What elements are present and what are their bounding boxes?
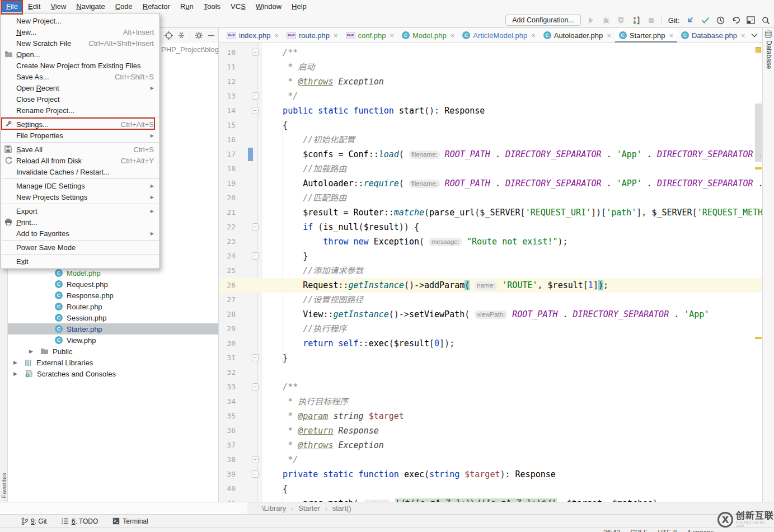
tab-close-icon[interactable]: × xyxy=(451,31,455,40)
history-icon[interactable] xyxy=(715,15,725,25)
menubar-item-window[interactable]: Window xyxy=(251,1,287,12)
tab-index-php[interactable]: PHPindex.php× xyxy=(223,28,283,43)
file-menu-item-exit[interactable]: Exit xyxy=(1,256,160,267)
code-line-28[interactable]: 28 View::getInstance()->setViewPath( vie… xyxy=(219,307,762,322)
tab-close-icon[interactable]: × xyxy=(390,31,394,40)
tree-item-view-php[interactable]: CView.php xyxy=(8,335,218,346)
tree-item-external-libraries[interactable]: ▶External Libraries xyxy=(8,357,218,368)
code-lines[interactable]: 10− /**11 * 启动12 * @throws Exception13− … xyxy=(219,45,762,502)
fold-marker-icon[interactable]: − xyxy=(252,92,259,100)
breadcrumb-item[interactable]: Starter xyxy=(298,504,320,512)
code-line-20[interactable]: 20 //匹配路由 xyxy=(219,191,762,205)
file-menu-item-settings[interactable]: Settings...Ctrl+Alt+S xyxy=(1,119,160,130)
tree-item-request-php[interactable]: CRequest.php xyxy=(8,279,218,290)
tree-item-session-php[interactable]: CSession.php xyxy=(8,312,218,323)
tab-model-php[interactable]: CModel.php× xyxy=(398,28,458,43)
file-menu-item-save-all[interactable]: Save AllCtrl+S xyxy=(1,144,160,155)
code-line-22[interactable]: 22− if (is_null($result)) { xyxy=(219,220,762,234)
code-line-25[interactable]: 25 //添加请求参数 xyxy=(219,263,762,278)
file-menu-item-invalidate-caches-restart[interactable]: Invalidate Caches / Restart... xyxy=(1,166,160,177)
tab-close-icon[interactable]: × xyxy=(607,31,611,40)
code-line-33[interactable]: 33− /** xyxy=(219,380,762,394)
menubar-item-file[interactable]: File xyxy=(1,1,23,12)
code-line-40[interactable]: 40 { xyxy=(219,482,762,496)
code-line-11[interactable]: 11 * 启动 xyxy=(219,60,762,74)
scrollbar-thumb[interactable] xyxy=(755,103,762,162)
code-line-12[interactable]: 12 * @throws Exception xyxy=(219,74,762,89)
tab-starter-php[interactable]: CStarter.php× xyxy=(615,28,677,43)
tree-item-scratches-and-consoles[interactable]: ▶Scratches and Consoles xyxy=(8,368,218,379)
tab-close-icon[interactable]: × xyxy=(531,31,536,40)
code-line-30[interactable]: 30 return self::exec($result[0]); xyxy=(219,336,762,351)
breadcrumb[interactable]: \Library›Starter›start() xyxy=(247,502,774,514)
code-line-35[interactable]: 35 * @param string $target xyxy=(219,409,762,423)
debug-icon[interactable] xyxy=(601,15,611,25)
tab-conf-php[interactable]: PHPconf.php× xyxy=(342,28,398,43)
code-line-41[interactable]: 41 preg_match( pattern: '/t([a-zA-Z_]+)\… xyxy=(219,496,762,502)
code-line-37[interactable]: 37 * @throws Exception xyxy=(219,438,762,453)
file-menu-item-save-as[interactable]: Save As...Ctrl+Shift+S xyxy=(1,71,160,82)
line-ending[interactable]: CRLF xyxy=(630,529,648,532)
code-line-31[interactable]: 31− } xyxy=(219,351,762,365)
run-icon[interactable] xyxy=(586,15,596,25)
tree-item-public[interactable]: ▶Public xyxy=(8,346,218,357)
tab-close-icon[interactable]: × xyxy=(741,31,745,40)
indent-setting[interactable]: 4 spaces xyxy=(687,529,714,532)
file-menu-item-add-to-favorites[interactable]: Add to Favorites▶ xyxy=(1,228,160,239)
file-menu-item-rename-project[interactable]: Rename Project... xyxy=(1,105,160,116)
code-line-36[interactable]: 36 * @return Response xyxy=(219,423,762,438)
tree-item-starter-php[interactable]: CStarter.php xyxy=(8,323,218,335)
file-menu-item-print[interactable]: Print... xyxy=(1,216,160,228)
locate-file-icon[interactable] xyxy=(165,31,173,40)
tab-close-icon[interactable]: × xyxy=(334,31,338,40)
menubar-item-tools[interactable]: Tools xyxy=(199,1,226,12)
file-encoding[interactable]: UTF-8 xyxy=(658,529,677,532)
editor-scrollbar[interactable] xyxy=(754,43,762,502)
hide-panel-icon[interactable] xyxy=(208,32,215,39)
hidden-tabs-chevron-icon[interactable] xyxy=(751,28,758,43)
file-menu-item-open[interactable]: Open... xyxy=(1,49,160,60)
collapse-all-icon[interactable] xyxy=(177,31,185,39)
code-line-18[interactable]: 18 //加载路由 xyxy=(219,162,762,176)
tool-window-button-git[interactable]: 9: Git xyxy=(21,517,47,525)
rollback-icon[interactable] xyxy=(730,15,740,25)
fold-marker-icon[interactable]: − xyxy=(252,252,259,260)
code-line-26[interactable]: 26 Request::getInstance()->addParam( nam… xyxy=(219,278,762,293)
fold-marker-icon[interactable]: − xyxy=(252,107,259,114)
fold-marker-icon[interactable]: − xyxy=(252,383,259,390)
breadcrumb-item[interactable]: \Library xyxy=(262,504,286,512)
code-line-15[interactable]: 15 { xyxy=(219,118,762,133)
code-line-21[interactable]: 21 $result = Router::matche(parse_url($_… xyxy=(219,205,762,220)
code-line-27[interactable]: 27 //设置视图路径 xyxy=(219,293,762,307)
file-menu-item-power-save-mode[interactable]: Power Save Mode xyxy=(1,242,160,253)
stop-icon[interactable] xyxy=(646,15,656,25)
gear-icon[interactable] xyxy=(195,31,203,40)
code-line-38[interactable]: 38− */ xyxy=(219,453,762,467)
file-menu-item-manage-ide-settings[interactable]: Manage IDE Settings▶ xyxy=(1,180,160,191)
code-line-13[interactable]: 13− */ xyxy=(219,89,762,103)
database-stripe-button[interactable]: Database xyxy=(765,40,773,69)
coverage-icon[interactable] xyxy=(616,15,626,25)
tool-window-icon[interactable] xyxy=(745,15,756,25)
menubar-item-navigate[interactable]: Navigate xyxy=(71,1,110,12)
file-menu-item-new-projects-settings[interactable]: New Projects Settings▶ xyxy=(1,191,160,203)
breadcrumb-item[interactable]: start() xyxy=(332,504,351,512)
tool-window-button-terminal[interactable]: Terminal xyxy=(112,517,148,525)
tab-autoloader-php[interactable]: CAutoloader.php× xyxy=(540,28,615,43)
menubar-item-code[interactable]: Code xyxy=(110,1,138,12)
tree-item-model-php[interactable]: CModel.php xyxy=(8,267,218,279)
warning-stripe-mark[interactable] xyxy=(755,337,762,339)
code-line-10[interactable]: 10− /** xyxy=(219,45,762,60)
commit-icon[interactable] xyxy=(700,15,710,25)
file-menu-item-create-new-project-from-existing-files[interactable]: Create New Project from Existing Files xyxy=(1,60,160,71)
tool-window-button-todo[interactable]: 6: TODO xyxy=(62,517,98,525)
file-menu-item-export[interactable]: Export▶ xyxy=(1,205,160,216)
menubar-item-edit[interactable]: Edit xyxy=(23,1,45,12)
code-line-17[interactable]: 17 $confs = Conf::load( filename: ROOT_P… xyxy=(219,147,762,162)
tree-item-response-php[interactable]: CResponse.php xyxy=(8,290,218,301)
code-line-29[interactable]: 29 //执行程序 xyxy=(219,322,762,336)
file-menu-item-open-recent[interactable]: Open Recent▶ xyxy=(1,82,160,93)
code-line-24[interactable]: 24− } xyxy=(219,249,762,263)
warning-stripe-mark[interactable] xyxy=(755,167,762,170)
fold-marker-icon[interactable]: − xyxy=(252,470,259,478)
